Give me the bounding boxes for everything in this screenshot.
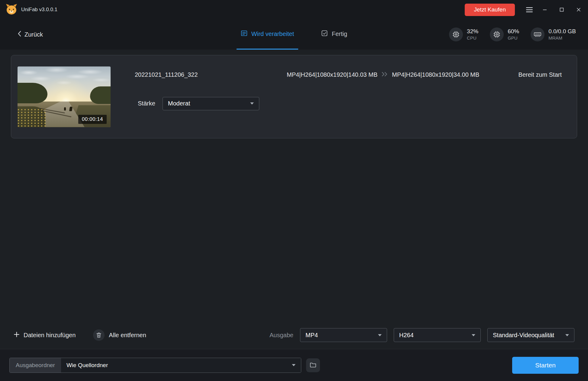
output-label: Ausgabe (270, 332, 293, 339)
file-name: 20221021_111206_322 (135, 71, 287, 78)
menu-icon[interactable] (525, 5, 534, 14)
header: Zurück Wird verarbeitet (0, 19, 588, 50)
plus-icon (14, 331, 20, 339)
mram-stat: 0.0/0.0 GB MRAM (531, 27, 576, 41)
tab-processing-label: Wird verarbeitet (251, 31, 294, 37)
strength-value: Moderat (168, 100, 190, 107)
add-files-button[interactable]: Dateien hinzufügen (14, 331, 76, 339)
gpu-stat: 60% GPU (490, 27, 519, 41)
strength-dropdown[interactable]: Moderat (163, 97, 259, 110)
remove-all-button[interactable]: Alle entfernen (93, 329, 146, 341)
browse-folder-button[interactable] (306, 358, 320, 372)
cpu-stat: 32% CPU (449, 27, 478, 41)
cpu-value: 32% (467, 28, 478, 35)
mram-label: MRAM (548, 35, 576, 40)
chevron-down-icon (292, 364, 296, 366)
output-folder-dropdown[interactable]: Ausgabeordner Wie Quellordner (9, 358, 301, 373)
source-info: MP4|H264|1080x1920|140.03 MB (287, 71, 377, 78)
codec-dropdown[interactable]: H264 (394, 328, 481, 342)
system-stats: 32% CPU 60% GPU (449, 27, 576, 41)
mram-value: 0.0/0.0 GB (548, 28, 576, 35)
chevron-down-icon (250, 102, 254, 105)
chevron-down-icon (565, 334, 569, 336)
app-window: UniFab v3.0.0.1 Jetzt Kaufen (0, 0, 588, 381)
output-folder-value: Wie Quellordner (66, 362, 108, 369)
fast-forward-icon (381, 71, 388, 78)
file-card: 00:00:14 20221021_111206_322 MP4|H264|10… (11, 55, 577, 138)
trash-icon (93, 329, 105, 341)
target-info: MP4|H264|1080x1920|34.00 MB (392, 71, 479, 78)
format-value: MP4 (305, 332, 318, 339)
tab-finished[interactable]: Fertig (317, 19, 351, 50)
chevron-down-icon (378, 334, 382, 336)
file-card-body: 20221021_111206_322 MP4|H264|1080x1920|1… (135, 66, 562, 127)
maximize-icon[interactable] (558, 6, 565, 13)
output-folder-value-area: Wie Quellordner (61, 358, 301, 373)
output-settings: Ausgabe MP4 H264 Standard-Videoqualität (270, 328, 574, 342)
window-controls (541, 6, 582, 13)
quality-dropdown[interactable]: Standard-Videoqualität (487, 328, 574, 342)
tab-bar: Wird verarbeitet Fertig (237, 19, 351, 50)
video-thumbnail: 00:00:14 (18, 66, 111, 127)
tab-finished-label: Fertig (332, 31, 347, 37)
cpu-label: CPU (467, 35, 478, 40)
app-logo-icon (5, 4, 18, 16)
format-dropdown[interactable]: MP4 (300, 328, 387, 342)
quality-value: Standard-Videoqualität (493, 332, 554, 339)
chevron-left-icon (18, 31, 21, 38)
processing-list-icon (241, 30, 247, 38)
tab-processing[interactable]: Wird verarbeitet (237, 19, 298, 50)
remove-all-label: Alle entfernen (109, 332, 146, 339)
file-info: MP4|H264|1080x1920|140.03 MB MP4|H264|10… (287, 71, 479, 78)
buy-now-button[interactable]: Jetzt Kaufen (465, 4, 515, 16)
video-duration-badge: 00:00:14 (78, 115, 107, 124)
gpu-value: 60% (508, 28, 519, 35)
start-button[interactable]: Starten (512, 357, 579, 374)
app-title: UniFab v3.0.0.1 (21, 7, 57, 13)
codec-value: H264 (399, 332, 414, 339)
check-square-icon (321, 30, 328, 38)
chevron-down-icon (472, 334, 475, 336)
strength-label: Stärke (138, 100, 155, 107)
gpu-label: GPU (508, 35, 519, 40)
output-folder-label: Ausgabeordner (10, 358, 61, 373)
status-text: Bereit zum Start (519, 71, 562, 78)
back-button[interactable]: Zurück (18, 31, 43, 38)
close-icon[interactable] (575, 6, 582, 13)
minimize-icon[interactable] (541, 6, 548, 13)
pedestrian-silhouette (64, 107, 66, 111)
memory-icon (531, 27, 544, 41)
cpu-icon (449, 27, 463, 41)
footer-bar: Ausgabeordner Wie Quellordner Starten (0, 349, 588, 381)
back-label: Zurück (24, 31, 43, 38)
folder-icon (310, 362, 316, 368)
bottom-toolbar: Dateien hinzufügen Alle entfernen Ausgab… (0, 321, 588, 349)
titlebar: UniFab v3.0.0.1 Jetzt Kaufen (0, 0, 588, 19)
gpu-icon (490, 27, 504, 41)
main-content: 00:00:14 20221021_111206_322 MP4|H264|10… (0, 50, 588, 321)
add-files-label: Dateien hinzufügen (24, 332, 76, 339)
